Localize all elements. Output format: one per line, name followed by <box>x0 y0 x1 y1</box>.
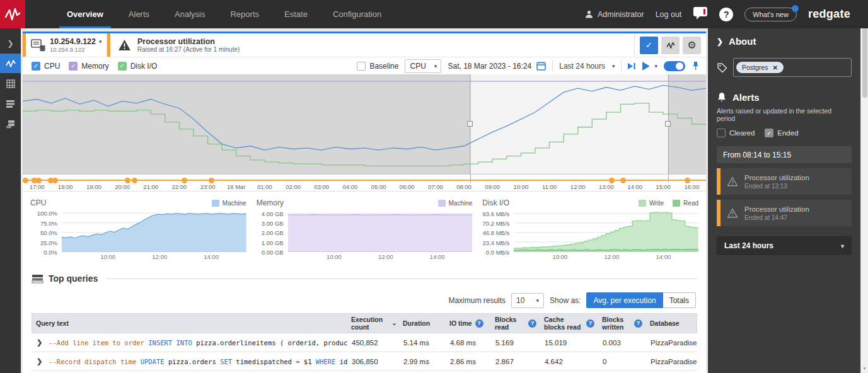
selection-handle[interactable] <box>665 121 671 127</box>
y-axis: 100.0%75.0%50.0%25.0%0.0% <box>30 210 62 252</box>
checkbox-unchecked <box>717 129 726 137</box>
severity-bar <box>23 33 26 57</box>
alert-event-dot[interactable] <box>685 178 690 183</box>
alert-list-item[interactable]: Processor utilization Ended at 13:13 <box>717 168 852 195</box>
expand-chevron-icon[interactable]: ❯ <box>37 338 42 347</box>
tag-icon <box>717 62 727 73</box>
cpu-chart: CPU Machine 100.0%75.0%50.0%25.0%0.0% 10… <box>25 197 252 261</box>
alert-event-dot[interactable] <box>23 178 28 183</box>
top-queries-section: Top queries Maximum results 10 ▾ Show as… <box>23 265 706 373</box>
analysis-button[interactable] <box>661 37 680 54</box>
tag-label: Postgres <box>742 64 768 71</box>
play-button[interactable] <box>642 62 651 71</box>
time-range-select[interactable]: Last 24 hours ▾ <box>559 62 615 71</box>
alert-event-dot[interactable] <box>125 178 130 183</box>
totals-button[interactable]: Totals <box>663 292 696 308</box>
tab-alerts[interactable]: Alerts <box>116 0 162 28</box>
live-updates-toggle[interactable] <box>664 61 685 71</box>
main-metric-chart[interactable] <box>23 74 706 174</box>
tab-analysis[interactable]: Analysis <box>162 0 217 28</box>
execution-count-value: 450,852 <box>348 339 400 347</box>
help-icon[interactable]: ? <box>719 8 733 21</box>
selection-handle[interactable] <box>467 121 473 127</box>
table-row[interactable]: ❯--Add line item to order INSERT INTO pi… <box>32 333 697 352</box>
sidebar-expand-button[interactable]: ❯ <box>0 33 21 53</box>
top-queries-header: Top queries <box>32 273 697 284</box>
timeline-axis[interactable]: 17:0018:0019:0020:0021:0022:0023:0018 Ma… <box>23 174 706 191</box>
memory-chart: Memory Machine 4.00 GB3.00 GB2.00 GB1.00… <box>252 197 478 261</box>
table-row[interactable]: ❯--Record dispatch time UPDATE pizza.ord… <box>32 352 697 371</box>
sidebar-item-servers[interactable] <box>0 114 21 134</box>
active-alert-banner[interactable]: Processor utilization Raised at 16:27 (A… <box>107 33 635 57</box>
server-selector[interactable]: 10.254.9.122▾ 10.254.9.122 <box>23 33 107 57</box>
date-picker[interactable]: Sat, 18 Mar 2023 - 16:24 <box>448 61 546 71</box>
remove-tag-icon[interactable]: ✕ <box>772 64 777 71</box>
alert-event-dot[interactable] <box>620 178 626 183</box>
context-header: 10.254.9.122▾ 10.254.9.122 Processor uti… <box>23 33 706 57</box>
page-scrollbar[interactable]: ▲ ▼ <box>860 0 868 373</box>
servers-icon <box>6 120 15 129</box>
check-icon: ✓ <box>645 40 652 50</box>
alerts-range-select[interactable]: Last 24 hours ▾ <box>717 236 852 255</box>
col-duration[interactable]: Duration <box>399 318 446 329</box>
time-tick-label: 03:00 <box>314 183 329 190</box>
tab-configuration[interactable]: Configuration <box>320 0 394 28</box>
baseline-metric-select[interactable]: CPU ▾ <box>405 59 441 73</box>
y-axis-label: 0.00 GB <box>262 249 284 256</box>
pin-icon[interactable] <box>692 61 700 71</box>
help-icon[interactable]: ? <box>475 319 483 328</box>
y-axis-label: 0.0 MB/s <box>486 249 510 256</box>
acknowledge-button[interactable]: ✓ <box>640 37 658 54</box>
ended-filter[interactable]: ✓ Ended <box>765 129 798 137</box>
tab-estate[interactable]: Estate <box>272 0 320 28</box>
alert-event-dot[interactable] <box>609 178 615 183</box>
whats-new-button[interactable]: What's new <box>744 8 797 21</box>
help-icon[interactable]: ? <box>528 319 536 328</box>
alert-event-dot[interactable] <box>182 178 187 183</box>
sidebar-item-grid[interactable] <box>0 74 21 93</box>
avg-per-execution-button[interactable]: Avg. per execution <box>586 292 663 308</box>
duration-value: 2.99 ms <box>400 358 446 365</box>
alert-event-dot[interactable] <box>52 178 58 183</box>
tag-filter-input[interactable]: Postgres ✕ <box>733 58 852 77</box>
scroll-down-arrow[interactable]: ▼ <box>861 364 868 373</box>
help-icon[interactable]: ? <box>634 319 642 328</box>
col-blocks-read[interactable]: Blocks read? <box>491 314 540 333</box>
play-options-caret[interactable]: ▾ <box>654 63 657 69</box>
alert-list-item[interactable]: Processor utilization Ended at 14:47 <box>717 200 852 226</box>
skip-to-now-button[interactable] <box>628 62 636 70</box>
col-io-time[interactable]: IO time? <box>446 318 491 330</box>
about-section-toggle[interactable]: ❯ About <box>717 36 852 47</box>
max-results-select[interactable]: 10 ▾ <box>511 293 544 308</box>
col-execution-count[interactable]: Execution count⌄ <box>347 314 399 333</box>
sidebar-item-analysis[interactable] <box>0 54 21 73</box>
tab-overview[interactable]: Overview <box>54 0 116 28</box>
tab-reports[interactable]: Reports <box>217 0 272 28</box>
col-blocks-written[interactable]: Blocks written? <box>598 314 646 333</box>
whats-new-label: What's new <box>753 11 789 18</box>
x-axis: 10:0012:0014:00 <box>62 252 246 261</box>
metric-toggle-memory[interactable]: ✓ Memory <box>69 62 108 71</box>
sidebar-item-queries[interactable] <box>0 94 21 113</box>
help-glyph: ? <box>724 9 729 20</box>
baseline-toggle[interactable]: Baseline <box>357 62 398 71</box>
sort-caret-icon: ⌄ <box>391 319 396 327</box>
duration-value: 5.14 ms <box>400 339 446 347</box>
logout-link[interactable]: Log out <box>656 10 682 19</box>
metric-toggle-disk[interactable]: ✓ Disk I/O <box>118 62 158 71</box>
expand-chevron-icon[interactable]: ❯ <box>37 357 42 365</box>
settings-button[interactable]: ⚙ <box>683 37 701 54</box>
col-query-text[interactable]: Query text <box>32 318 347 329</box>
col-cache-blocks-read[interactable]: Cache blocks read? <box>540 314 598 333</box>
feedback-chat-icon[interactable] <box>693 6 708 23</box>
redgate-monitor-logo-icon[interactable] <box>0 0 25 28</box>
metric-toggle-cpu[interactable]: ✓ CPU <box>32 62 60 71</box>
user-menu[interactable]: Administrator <box>585 10 644 19</box>
alert-event-dot[interactable] <box>209 178 214 183</box>
alert-event-dot[interactable] <box>132 178 137 183</box>
alert-event-dot[interactable] <box>36 178 42 183</box>
col-database[interactable]: Database <box>646 318 697 329</box>
help-icon[interactable]: ? <box>586 319 594 328</box>
metric-label: Memory <box>81 62 108 71</box>
cleared-filter[interactable]: Cleared <box>717 129 755 137</box>
